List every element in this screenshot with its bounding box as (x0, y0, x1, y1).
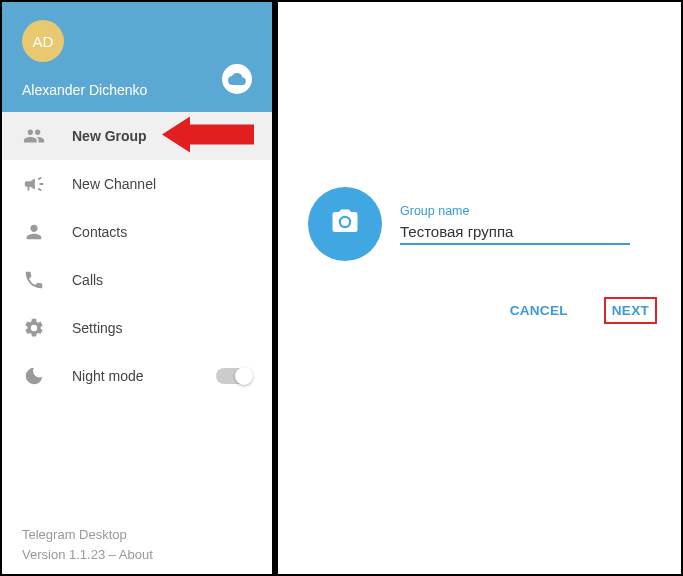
group-name-label: Group name (400, 204, 630, 218)
next-button[interactable]: NEXT (604, 297, 657, 324)
new-group-dialog: Group name (308, 187, 630, 261)
avatar[interactable]: AD (22, 20, 64, 62)
megaphone-icon (22, 172, 46, 196)
menu-label: New Group (72, 128, 147, 144)
cancel-button[interactable]: CANCEL (504, 299, 574, 322)
menu-item-new-channel[interactable]: New Channel (2, 160, 272, 208)
profile-name: Alexander Dichenko (22, 82, 252, 98)
gear-icon (22, 316, 46, 340)
menu-label: Settings (72, 320, 123, 336)
menu-item-night-mode[interactable]: Night mode (2, 352, 272, 400)
menu: New Group New Channel Contacts Calls (2, 112, 272, 525)
camera-icon (330, 207, 360, 241)
app-name: Telegram Desktop (22, 525, 252, 545)
footer: Telegram Desktop Version 1.1.23 – About (2, 525, 272, 574)
group-name-input[interactable] (400, 220, 630, 245)
night-mode-toggle[interactable] (216, 368, 252, 384)
avatar-initials: AD (33, 33, 54, 50)
cloud-icon[interactable] (222, 64, 252, 94)
menu-item-contacts[interactable]: Contacts (2, 208, 272, 256)
menu-label: Calls (72, 272, 103, 288)
profile-header: AD Alexander Dichenko (2, 2, 272, 112)
menu-label: New Channel (72, 176, 156, 192)
moon-icon (22, 364, 46, 388)
dialog-actions: CANCEL NEXT (504, 297, 657, 324)
person-icon (22, 220, 46, 244)
group-photo-button[interactable] (308, 187, 382, 261)
menu-label: Contacts (72, 224, 127, 240)
menu-item-new-group[interactable]: New Group (2, 112, 272, 160)
main-panel: Group name CANCEL NEXT (278, 2, 681, 574)
group-name-field: Group name (400, 204, 630, 245)
phone-icon (22, 268, 46, 292)
menu-item-settings[interactable]: Settings (2, 304, 272, 352)
version-about[interactable]: Version 1.1.23 – About (22, 545, 252, 565)
sidebar: AD Alexander Dichenko New Group New Chan… (2, 2, 272, 574)
callout-arrow-icon (162, 117, 254, 156)
menu-item-calls[interactable]: Calls (2, 256, 272, 304)
group-icon (22, 124, 46, 148)
menu-label: Night mode (72, 368, 144, 384)
svg-marker-0 (162, 117, 254, 153)
